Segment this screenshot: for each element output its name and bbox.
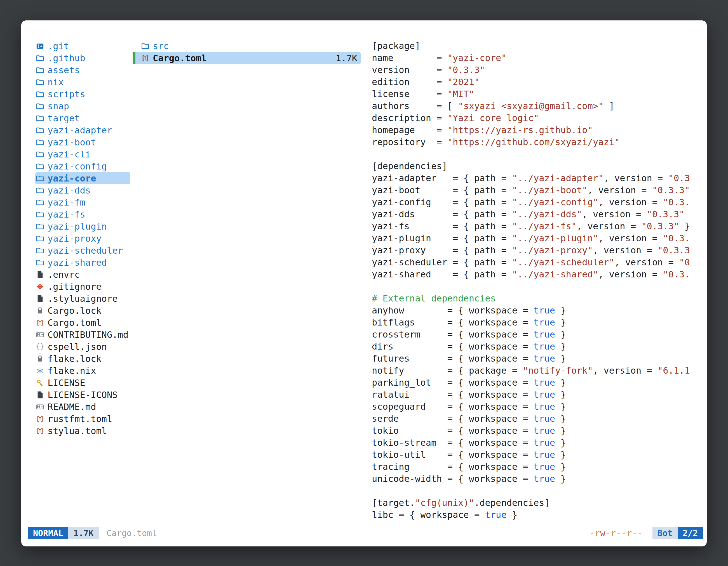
- preview-line: anyhow = { workspace = true }: [372, 304, 693, 316]
- preview-line: unicode-width = { workspace = true }: [372, 473, 693, 485]
- file-name: Cargo.toml: [48, 317, 102, 328]
- file-name: src: [153, 41, 169, 51]
- file-row-yazi-fs[interactable]: yazi-fs: [35, 208, 130, 220]
- preview-line: yazi-dds = { path = "../yazi-dds", versi…: [372, 208, 693, 220]
- folder-icon: [35, 126, 45, 135]
- file-row-LICENSE-ICONS[interactable]: LICENSE-ICONS: [35, 389, 130, 401]
- preview-line: ratatui = { workspace = true }: [372, 389, 693, 401]
- folder-icon: [35, 174, 45, 183]
- file-row-rustfmt.toml[interactable]: rustfmt.toml: [35, 413, 130, 425]
- preview-line: [372, 281, 693, 292]
- folder-icon: [35, 138, 45, 147]
- file-name: yazi-boot: [48, 137, 96, 148]
- file-row-yazi-config[interactable]: yazi-config: [35, 160, 130, 172]
- file-row-yazi-cli[interactable]: yazi-cli: [35, 148, 130, 160]
- file-size-indicator: 1.7K: [68, 527, 98, 539]
- preview-line: notify = { package = "notify-fork", vers…: [372, 365, 693, 377]
- file-name: .github: [48, 53, 85, 64]
- preview-line: tracing = { workspace = true }: [372, 461, 693, 473]
- folder-icon: [35, 186, 45, 195]
- preview-line: homepage = "https://yazi-rs.github.io": [372, 124, 693, 136]
- file-row-yazi-boot[interactable]: yazi-boot: [35, 136, 130, 148]
- folder-icon: [35, 78, 45, 87]
- file-name: yazi-fs: [48, 209, 85, 220]
- file-preview-pane: [package]name = "yazi-core"version = "0.…: [372, 40, 693, 521]
- preview-line: tokio-stream = { workspace = true }: [372, 437, 693, 449]
- file-name: yazi-cli: [48, 149, 91, 160]
- file-icon: [35, 270, 45, 280]
- file-name: yazi-core: [48, 173, 96, 184]
- file-name: yazi-plugin: [48, 221, 107, 232]
- file-name: yazi-shared: [48, 257, 107, 268]
- toml-icon: [35, 318, 45, 327]
- preview-line: name = "yazi-core": [372, 52, 693, 64]
- file-row-target[interactable]: target: [35, 112, 130, 124]
- file-row-yazi-fm[interactable]: yazi-fm: [35, 196, 130, 208]
- folder-icon: [35, 150, 45, 159]
- preview-line: yazi-config = { path = "../yazi-config",…: [372, 196, 693, 208]
- file-row-Cargo.toml[interactable]: Cargo.toml: [35, 316, 130, 328]
- folder-icon: [35, 198, 45, 207]
- file-row-yazi-core[interactable]: yazi-core: [35, 172, 130, 184]
- folder-icon: [35, 65, 45, 75]
- file-row-src[interactable]: src: [133, 40, 361, 52]
- file-row-.envrc[interactable]: .envrc: [35, 269, 130, 281]
- file-row-CONTRIBUTING.md[interactable]: CONTRIBUTING.md: [35, 328, 130, 340]
- preview-line: yazi-plugin = { path = "../yazi-plugin",…: [372, 233, 693, 245]
- file-row-cspell.json[interactable]: cspell.json: [35, 340, 130, 353]
- preview-line: crossterm = { workspace = true }: [372, 328, 693, 340]
- file-row-Cargo.lock[interactable]: Cargo.lock: [35, 304, 130, 316]
- file-size: 1.7K: [336, 53, 361, 64]
- file-row-.github[interactable]: .github: [35, 52, 130, 64]
- file-name: yazi-fm: [48, 197, 85, 208]
- folder-icon: [35, 53, 45, 63]
- md-icon: [35, 402, 45, 412]
- preview-line: yazi-scheduler = { path = "../yazi-sched…: [372, 257, 693, 269]
- file-name: .styluaignore: [48, 293, 118, 304]
- preview-line: [package]: [372, 40, 693, 52]
- folder-icon: [35, 90, 45, 99]
- file-name: target: [48, 113, 80, 124]
- file-row-.gitignore[interactable]: .gitignore: [35, 281, 130, 292]
- file-name: LICENSE-ICONS: [48, 389, 118, 400]
- file-manager-panes: .git.githubassetsnixscriptssnaptargetyaz…: [35, 40, 693, 524]
- cursor-page-indicator: 2/2: [678, 527, 703, 539]
- file-row-LICENSE[interactable]: LICENSE: [35, 377, 130, 389]
- file-row-scripts[interactable]: scripts: [35, 88, 130, 100]
- file-row-yazi-adapter[interactable]: yazi-adapter: [35, 124, 130, 136]
- file-row-flake.nix[interactable]: flake.nix: [35, 365, 130, 377]
- file-name: rustfmt.toml: [48, 414, 112, 424]
- preview-line: version = "0.3.3": [372, 64, 693, 76]
- preview-line: dirs = { workspace = true }: [372, 340, 693, 353]
- file-row-yazi-proxy[interactable]: yazi-proxy: [35, 233, 130, 245]
- file-row-assets[interactable]: assets: [35, 64, 130, 76]
- file-name: README.md: [48, 401, 96, 412]
- mode-indicator: NORMAL: [28, 527, 68, 539]
- scroll-position-indicator: Bot: [652, 527, 678, 539]
- file-row-Cargo.toml[interactable]: Cargo.toml1.7K: [133, 52, 361, 64]
- file-row-stylua.toml[interactable]: stylua.toml: [35, 425, 130, 437]
- file-name: Cargo.toml: [153, 53, 207, 64]
- preview-line: yazi-shared = { path = "../yazi-shared",…: [372, 269, 693, 281]
- preview-line: [target."cfg(unix)".dependencies]: [372, 497, 693, 509]
- file-row-yazi-scheduler[interactable]: yazi-scheduler: [35, 245, 130, 257]
- file-row-README.md[interactable]: README.md: [35, 401, 130, 413]
- file-row-yazi-dds[interactable]: yazi-dds: [35, 184, 130, 196]
- permissions-indicator: -rw-r--r--: [590, 528, 643, 538]
- file-row-.git[interactable]: .git: [35, 40, 130, 52]
- toml-icon: [35, 426, 45, 436]
- folder-icon: [35, 234, 45, 243]
- preview-line: tokio-util = { workspace = true }: [372, 449, 693, 461]
- preview-line: scopeguard = { workspace = true }: [372, 401, 693, 413]
- file-row-.styluaignore[interactable]: .styluaignore: [35, 292, 130, 304]
- git-folder-icon: [35, 41, 45, 51]
- folder-icon: [35, 210, 45, 219]
- preview-line: authors = [ "sxyazi <sxyazi@gmail.com>" …: [372, 100, 693, 112]
- file-row-flake.lock[interactable]: flake.lock: [35, 353, 130, 365]
- preview-line: description = "Yazi core logic": [372, 112, 693, 124]
- file-row-yazi-shared[interactable]: yazi-shared: [35, 257, 130, 269]
- file-row-yazi-plugin[interactable]: yazi-plugin: [35, 220, 130, 233]
- file-row-nix[interactable]: nix: [35, 76, 130, 88]
- file-row-snap[interactable]: snap: [35, 100, 130, 112]
- preview-line: [372, 485, 693, 497]
